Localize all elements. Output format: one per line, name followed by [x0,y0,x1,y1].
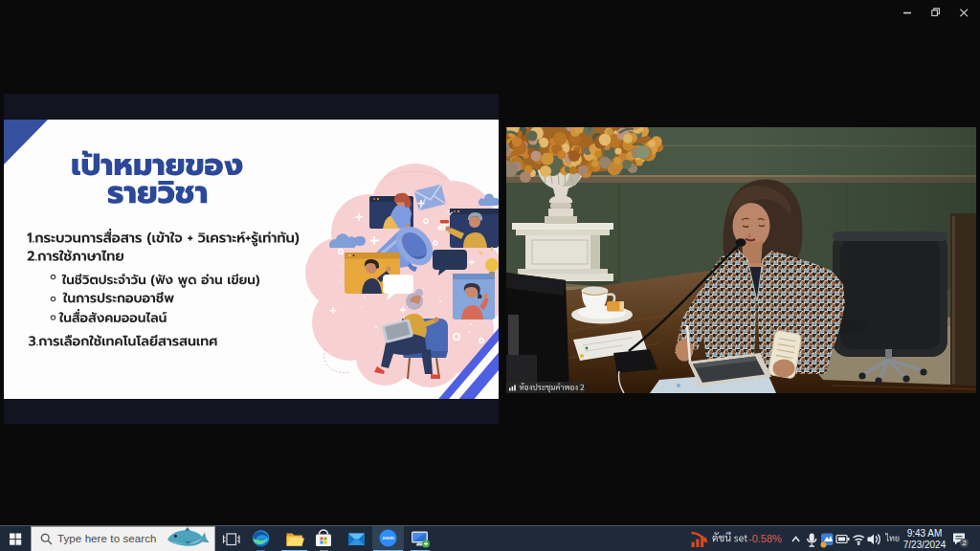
svg-text:zoom: zoom [383,536,394,540]
svg-text:2: 2 [962,539,966,547]
